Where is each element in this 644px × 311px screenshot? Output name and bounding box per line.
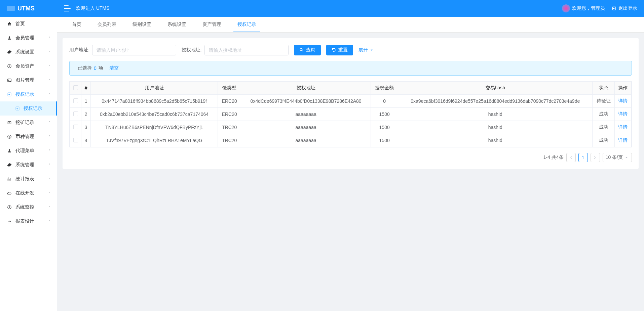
sidebar-item-11[interactable]: 在线开发˅ — [0, 186, 57, 200]
search-form: 用户地址: 授权地址: 查询 重置 — [69, 45, 632, 55]
detail-link[interactable]: 详情 — [618, 137, 628, 143]
cloud-icon — [7, 190, 12, 196]
chevron-down-icon — [624, 155, 629, 160]
svg-rect-4 — [8, 93, 11, 96]
detail-link[interactable]: 详情 — [618, 98, 628, 103]
row-checkbox[interactable] — [73, 112, 78, 116]
col-header: 授权金额 — [371, 82, 398, 95]
top-header: UTMS 欢迎进入 UTMS 欢迎您，管理员 退出登录 — [0, 0, 644, 17]
image-icon — [7, 78, 12, 83]
table-row: 20xb2a00ebb210e543c4be75cad0c6b737ca7174… — [70, 108, 632, 121]
auth-address-input[interactable] — [204, 45, 289, 55]
pagination: 1-4 共4条 < 1 > 10 条/页 — [69, 153, 632, 162]
chevron-down-icon: ˅ — [48, 36, 50, 40]
logout-button[interactable]: 退出登录 — [612, 5, 637, 11]
sidebar-item-8[interactable]: 代理菜单˅ — [0, 144, 57, 158]
col-header: 交易hash — [398, 82, 593, 95]
sidebar-item-0[interactable]: 首页 — [0, 17, 57, 31]
col-header: 状态 — [593, 82, 615, 95]
chevron-down-icon: ˅ — [48, 163, 50, 167]
menu-toggle-icon[interactable] — [64, 5, 71, 11]
sidebar-item-4[interactable]: 图片管理˅ — [0, 73, 57, 87]
chevron-down-icon — [369, 48, 374, 52]
tab-1[interactable]: 会员列表 — [89, 17, 124, 32]
user-icon — [7, 148, 12, 153]
monitor-icon — [7, 205, 12, 210]
prev-page[interactable]: < — [566, 153, 576, 162]
avatar-icon — [562, 4, 570, 12]
svg-text:$: $ — [9, 65, 10, 67]
col-header: 用户地址 — [91, 82, 218, 95]
query-button[interactable]: 查询 — [294, 45, 321, 55]
sidebar-item-3[interactable]: $会员资产˅ — [0, 59, 57, 73]
sidebar-item-12[interactable]: 系统监控˅ — [0, 200, 57, 214]
row-checkbox[interactable] — [73, 138, 78, 142]
sidebar-item-9[interactable]: 系统管理˅ — [0, 158, 57, 172]
coin-icon: $ — [7, 63, 12, 69]
sidebar-subitem[interactable]: 授权记录 — [0, 101, 57, 116]
auth-icon — [15, 106, 20, 111]
table-row: 3TN8YLHu6ZB6sPENnjDfnVFW6dQFByPFzYj1TRC2… — [70, 121, 632, 134]
chart-icon — [7, 176, 12, 182]
col-header: 授权地址 — [241, 82, 371, 95]
tabs-bar: 首页会员列表级别设置系统设置资产管理授权记录 — [57, 17, 644, 33]
tab-5[interactable]: 授权记录 — [229, 17, 264, 32]
tab-3[interactable]: 系统设置 — [159, 17, 194, 32]
brand-text: UTMS — [17, 5, 35, 12]
sidebar-item-5[interactable]: 授权记录˄ — [0, 87, 57, 101]
svg-rect-6 — [8, 122, 11, 124]
row-checkbox[interactable] — [73, 125, 78, 129]
next-page[interactable]: > — [591, 153, 600, 162]
user-address-label: 用户地址: — [69, 47, 89, 53]
logo-icon — [7, 6, 15, 11]
user-icon — [7, 35, 12, 41]
col-header: 操作 — [614, 82, 631, 95]
tab-0[interactable]: 首页 — [64, 17, 89, 32]
sidebar-item-2[interactable]: 系统设置˅ — [0, 45, 57, 59]
page-info: 1-4 共4条 — [543, 154, 564, 161]
chevron-down-icon: ˅ — [48, 149, 50, 153]
select-all-checkbox[interactable] — [73, 85, 78, 90]
chevron-up-icon: ˄ — [48, 93, 50, 96]
user-address-input[interactable] — [92, 45, 176, 55]
auth-icon — [7, 92, 12, 97]
home-icon — [7, 21, 12, 27]
chevron-down-icon: ˅ — [48, 220, 50, 223]
selection-alert: 已选择 0 项 清空 — [69, 61, 632, 76]
table-row: 4TJVfn97VEzgngXtC1LQhRzLRHA1eMYLaQGTRC20… — [70, 134, 632, 147]
chevron-down-icon: ˅ — [48, 79, 50, 82]
reset-button[interactable]: 重置 — [326, 45, 353, 55]
dig-icon — [7, 120, 12, 125]
row-checkbox[interactable] — [73, 98, 78, 103]
data-table: #用户地址链类型授权地址授权金额交易hash状态操作 10x447147a801… — [69, 81, 632, 147]
expand-toggle[interactable]: 展开 — [358, 47, 374, 53]
sidebar-item-6[interactable]: 挖矿记录˅ — [0, 116, 57, 130]
page-1[interactable]: 1 — [578, 153, 588, 162]
sidebar-item-13[interactable]: 报表设计˅ — [0, 214, 57, 228]
report-icon — [7, 219, 12, 224]
reset-icon — [332, 48, 336, 52]
welcome-text: 欢迎进入 UTMS — [76, 5, 110, 11]
logout-icon — [612, 6, 616, 11]
tab-2[interactable]: 级别设置 — [124, 17, 159, 32]
page-size-select[interactable]: 10 条/页 — [603, 153, 632, 162]
chevron-down-icon: ˅ — [48, 50, 50, 54]
table-row: 10x447147a8016ff934bb8689c5a2d5b65c715b9… — [70, 95, 632, 108]
gear-icon — [7, 49, 12, 55]
sidebar-item-10[interactable]: 统计报表˅ — [0, 172, 57, 186]
svg-rect-5 — [16, 107, 19, 110]
tab-4[interactable]: 资产管理 — [194, 17, 229, 32]
logo[interactable]: UTMS — [7, 5, 57, 12]
user-greeting[interactable]: 欢迎您，管理员 — [562, 4, 605, 12]
detail-link[interactable]: 详情 — [618, 111, 628, 117]
sidebar-item-7[interactable]: 币种管理˅ — [0, 130, 57, 144]
clear-selection[interactable]: 清空 — [109, 65, 119, 71]
main-panel: 用户地址: 授权地址: 查询 重置 — [63, 38, 639, 169]
col-header: # — [81, 82, 91, 95]
sidebar-item-1[interactable]: 会员管理˅ — [0, 31, 57, 45]
detail-link[interactable]: 详情 — [618, 124, 628, 130]
chevron-down-icon: ˅ — [48, 177, 50, 181]
currency-icon — [7, 134, 12, 139]
chevron-down-icon: ˅ — [48, 135, 50, 139]
chevron-down-icon: ˅ — [48, 206, 50, 209]
